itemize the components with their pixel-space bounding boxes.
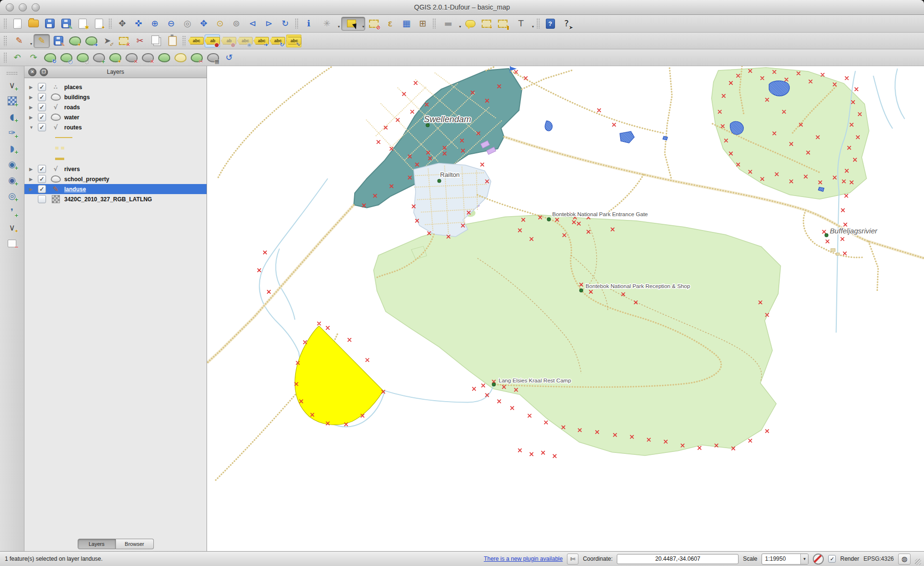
pan-map-icon[interactable]: ✥ — [115, 17, 130, 30]
rotate-label-icon[interactable]: abc↻ — [270, 35, 285, 47]
split-features-icon[interactable]: ✂ — [189, 51, 204, 64]
text-annotation-icon[interactable]: T▾ — [511, 17, 534, 30]
merge-features-icon[interactable]: ▦ — [205, 51, 220, 64]
add-part-icon[interactable]: + — [91, 51, 106, 64]
layer-visibility-checkbox[interactable]: ✓ — [38, 103, 46, 111]
add-wcs-layer-icon[interactable]: ◉+ — [4, 173, 20, 186]
zoom-full-icon[interactable]: ✥ — [196, 17, 211, 30]
chevron-down-icon[interactable]: ▼ — [800, 554, 808, 564]
add-ring-icon[interactable]: ◌ — [75, 51, 90, 64]
fill-ring-icon[interactable]: ✶ — [107, 51, 123, 64]
stop-rendering-icon[interactable] — [813, 554, 824, 565]
undo-icon[interactable]: ↶ — [10, 51, 25, 64]
layer-item-rivers[interactable]: ▶✓√rivers — [24, 164, 207, 174]
zoom-out-icon[interactable]: ⊖ — [163, 17, 179, 30]
reshape-features-icon[interactable] — [156, 51, 172, 64]
plugin-icon[interactable]: ✄ — [567, 554, 578, 565]
help-icon[interactable]: ? — [543, 17, 558, 30]
new-bookmark-icon[interactable]: ✶ — [479, 17, 494, 30]
layer-item-water[interactable]: ▶✓water — [24, 112, 207, 122]
zoom-last-icon[interactable]: ⊲ — [245, 17, 260, 30]
composer-manager-icon[interactable]: ✦ — [91, 17, 106, 30]
new-project-icon[interactable] — [10, 17, 25, 30]
current-edits-icon[interactable]: ✎▾ — [10, 35, 33, 47]
layer-visibility-checkbox[interactable]: ✓ — [38, 165, 46, 173]
node-tool-icon[interactable]: ➤✐ — [100, 35, 115, 47]
layer-item-buildings[interactable]: ▶✓buildings — [24, 92, 207, 102]
layer-visibility-checkbox[interactable]: ✓ — [38, 113, 46, 121]
new-print-composer-icon[interactable]: ✱ — [75, 17, 90, 30]
save-project-icon[interactable] — [42, 17, 58, 30]
zoom-next-icon[interactable]: ⊳ — [261, 17, 277, 30]
add-postgis-layer-icon[interactable]: ◖+ — [4, 110, 20, 123]
offset-curve-icon[interactable] — [173, 51, 188, 64]
layer-item-3420C_2010_327_RGB_LATLNG[interactable]: 3420C_2010_327_RGB_LATLNG — [24, 194, 207, 204]
layer-item-school_property[interactable]: ▶✓school_property — [24, 174, 207, 184]
add-vector-layer-icon[interactable]: ∨+ — [4, 79, 20, 92]
layer-item-routes[interactable]: ▼✓√routes — [24, 122, 207, 132]
select-by-expression-icon[interactable]: ε — [382, 17, 398, 30]
cut-features-icon[interactable]: ✂ — [132, 35, 148, 47]
remove-layer-icon[interactable]: − — [4, 237, 20, 250]
map-tips-icon[interactable] — [462, 17, 478, 30]
measure-icon[interactable]: ▬▾ — [439, 17, 462, 30]
toggle-editing-icon[interactable]: ✎ — [34, 34, 50, 48]
zoom-in-icon[interactable]: ⊕ — [147, 17, 162, 30]
add-wfs-layer-icon[interactable]: ◎+ — [4, 189, 20, 202]
move-feature-icon[interactable]: ➜ — [83, 35, 99, 47]
expander-icon[interactable]: ▶ — [29, 95, 35, 100]
tab-layers[interactable]: Layers — [78, 539, 116, 549]
label-settings-icon[interactable]: abc — [188, 35, 204, 47]
highlight-pinned-labels-icon[interactable]: ab● — [221, 35, 236, 47]
expander-icon[interactable]: ▶ — [29, 177, 35, 182]
change-label-properties-icon[interactable]: abc✎ — [286, 35, 301, 47]
add-mssql-layer-icon[interactable]: ◗+ — [4, 142, 20, 155]
title-bar[interactable]: QGIS 2.0.1-Dufour – basic_map — [0, 0, 924, 15]
layer-visibility-checkbox[interactable]: ✓ — [38, 83, 46, 91]
layer-item-roads[interactable]: ▶✓√roads — [24, 102, 207, 112]
map-canvas[interactable]: Swellendam Railton Bontebok National Par… — [207, 66, 924, 551]
copy-features-icon[interactable] — [149, 35, 164, 47]
layer-item-places[interactable]: ▶✓∴places — [24, 82, 207, 92]
show-bookmarks-icon[interactable]: ▮ — [495, 17, 510, 30]
rotate-feature-icon[interactable]: ↻ — [42, 51, 58, 64]
zoom-to-layer-icon[interactable]: ⊚ — [229, 17, 244, 30]
open-project-icon[interactable] — [26, 17, 41, 30]
layer-visibility-checkbox[interactable]: ✓ — [38, 93, 46, 101]
layer-visibility-checkbox[interactable]: ✓ — [38, 123, 46, 131]
layer-visibility-checkbox[interactable]: ✓ — [38, 175, 46, 183]
select-features-icon[interactable]: ▾ — [341, 17, 365, 31]
run-feature-action-icon[interactable]: ✳▾ — [317, 17, 340, 30]
deselect-features-icon[interactable]: ⊘ — [366, 17, 381, 30]
expander-icon[interactable]: ▶ — [29, 85, 35, 90]
new-plugin-link[interactable]: There is a new plugin available — [484, 555, 563, 562]
layer-item-landuse[interactable]: ▶✓✎landuse — [24, 184, 207, 194]
delete-ring-icon[interactable]: ✕ — [124, 51, 139, 64]
save-layer-edits-icon[interactable]: ✎ — [51, 35, 66, 47]
add-feature-icon[interactable]: ✶ — [67, 35, 82, 47]
refresh-icon[interactable]: ↻ — [277, 17, 293, 30]
add-wms-layer-icon[interactable]: ◉+ — [4, 158, 20, 171]
zoom-to-selection-icon[interactable]: ⊙ — [212, 17, 228, 30]
zoom-native-icon[interactable]: ◎ — [180, 17, 195, 30]
redo-icon[interactable]: ↷ — [26, 51, 41, 64]
save-project-as-icon[interactable]: ✎ — [58, 17, 74, 30]
pan-to-selection-icon[interactable]: ✜ — [131, 17, 146, 30]
render-checkbox[interactable]: ✓ — [828, 555, 836, 563]
crs-globe-icon[interactable]: ◍ — [898, 554, 911, 565]
layer-visibility-checkbox[interactable]: ✓ — [38, 185, 46, 193]
field-calculator-icon[interactable]: ⊞ — [415, 17, 430, 30]
layer-visibility-checkbox[interactable] — [38, 195, 46, 203]
move-label-icon[interactable]: abc➜ — [254, 35, 269, 47]
delete-selected-icon[interactable]: ✕ — [116, 35, 131, 47]
show-hide-labels-icon[interactable]: abc◉ — [237, 35, 253, 47]
coordinate-input[interactable] — [617, 554, 739, 564]
delete-part-icon[interactable]: ✕ — [140, 51, 155, 64]
scale-combo[interactable]: 1:19950 ▼ — [762, 554, 808, 565]
simplify-feature-icon[interactable]: ○ — [58, 51, 74, 64]
add-oracle-layer-icon[interactable]: ❜+ — [4, 205, 20, 218]
whats-this-icon[interactable]: ?➤ — [559, 17, 574, 30]
expander-icon[interactable]: ▶ — [29, 167, 35, 172]
expander-icon[interactable]: ▼ — [29, 125, 35, 130]
rotate-point-symbols-icon[interactable]: ↺ — [221, 51, 237, 64]
